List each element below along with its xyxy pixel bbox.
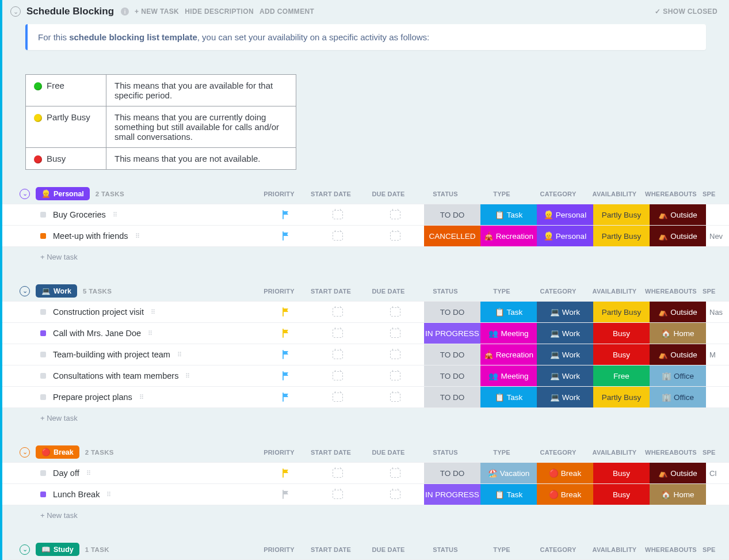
- status-pill[interactable]: TO DO: [424, 387, 480, 407]
- new-task-link[interactable]: + New task: [2, 505, 729, 525]
- col-head-type[interactable]: TYPE: [474, 449, 530, 456]
- category-pill[interactable]: 👱Personal: [537, 204, 593, 225]
- task-status-square[interactable]: [40, 309, 46, 315]
- whereabouts-pill[interactable]: 🏠Home: [650, 484, 706, 505]
- flag-icon[interactable]: [282, 210, 291, 219]
- task-status-square[interactable]: [40, 212, 46, 218]
- type-pill[interactable]: 👥Meeting: [480, 365, 537, 386]
- col-head-due-date[interactable]: DUE DATE: [360, 449, 417, 456]
- col-head-status[interactable]: STATUS: [417, 546, 474, 553]
- col-head-availability[interactable]: AVAILABILITY: [586, 546, 643, 553]
- type-pill[interactable]: 📋Task: [480, 204, 537, 225]
- col-head-spec[interactable]: SPE: [699, 288, 722, 295]
- col-head-category[interactable]: CATEGORY: [530, 191, 586, 197]
- col-head-priority[interactable]: PRIORITY: [256, 449, 302, 456]
- task-status-square[interactable]: [40, 352, 46, 357]
- task-status-square[interactable]: [40, 373, 46, 379]
- col-head-priority[interactable]: PRIORITY: [256, 288, 302, 295]
- category-pill[interactable]: 💻Work: [537, 323, 593, 344]
- new-task-link[interactable]: + New task: [2, 247, 729, 267]
- flag-icon[interactable]: [282, 329, 291, 338]
- spec-cell[interactable]: M: [706, 344, 729, 365]
- task-name[interactable]: Consultations with team members: [53, 371, 178, 380]
- status-pill[interactable]: TO DO: [424, 344, 480, 365]
- category-pill[interactable]: 🔴Break: [537, 484, 593, 505]
- col-head-whereabouts[interactable]: WHEREABOUTS: [643, 191, 699, 197]
- calendar-icon[interactable]: [390, 329, 400, 338]
- spec-cell[interactable]: [706, 365, 729, 386]
- whereabouts-pill[interactable]: ⛺Outside: [650, 463, 706, 483]
- availability-pill[interactable]: Partly Busy: [593, 302, 650, 322]
- status-pill[interactable]: CANCELLED: [424, 226, 480, 246]
- col-head-status[interactable]: STATUS: [417, 449, 474, 456]
- col-head-type[interactable]: TYPE: [474, 288, 530, 295]
- task-row[interactable]: Construction project visit ⠿ TO DO 📋Task…: [2, 301, 729, 323]
- availability-pill[interactable]: Partly Busy: [593, 387, 650, 407]
- whereabouts-pill[interactable]: ⛺Outside: [650, 302, 706, 322]
- col-head-due-date[interactable]: DUE DATE: [360, 288, 417, 295]
- calendar-icon[interactable]: [390, 371, 400, 380]
- flag-icon[interactable]: [282, 350, 291, 359]
- spec-cell[interactable]: Nev: [706, 226, 729, 246]
- col-head-spec[interactable]: SPE: [699, 449, 722, 456]
- flag-icon[interactable]: [282, 393, 291, 402]
- flag-icon[interactable]: [282, 307, 291, 317]
- task-name[interactable]: Buy Groceries: [53, 210, 106, 219]
- status-pill[interactable]: TO DO: [424, 302, 480, 322]
- col-head-category[interactable]: CATEGORY: [530, 288, 586, 295]
- col-head-type[interactable]: TYPE: [474, 546, 530, 553]
- status-pill[interactable]: TO DO: [424, 204, 480, 225]
- col-head-whereabouts[interactable]: WHEREABOUTS: [643, 449, 699, 456]
- type-pill[interactable]: 🎪Recreation: [480, 344, 537, 365]
- col-head-category[interactable]: CATEGORY: [530, 449, 586, 456]
- task-name[interactable]: Day off: [53, 468, 79, 478]
- category-pill[interactable]: 💻Work: [537, 365, 593, 386]
- new-task-button[interactable]: + NEW TASK: [135, 7, 179, 16]
- task-status-square[interactable]: [40, 394, 46, 400]
- task-name[interactable]: Construction project visit: [53, 307, 144, 317]
- col-head-priority[interactable]: PRIORITY: [256, 546, 302, 553]
- col-head-whereabouts[interactable]: WHEREABOUTS: [643, 546, 699, 553]
- task-name[interactable]: Prepare project plans: [53, 393, 132, 402]
- group-toggle-icon[interactable]: ⌄: [20, 286, 30, 296]
- col-head-spec[interactable]: SPE: [699, 191, 722, 197]
- col-head-status[interactable]: STATUS: [417, 288, 474, 295]
- task-row[interactable]: Buy Groceries ⠿ TO DO 📋Task 👱Personal Pa…: [2, 204, 729, 226]
- task-row[interactable]: Lunch Break ⠿ IN PROGRESS 📋Task 🔴Break B…: [2, 484, 729, 505]
- task-status-square[interactable]: [40, 233, 46, 239]
- col-head-category[interactable]: CATEGORY: [530, 546, 586, 553]
- spec-cell[interactable]: [706, 204, 729, 225]
- group-toggle-icon[interactable]: ⌄: [20, 544, 30, 555]
- availability-pill[interactable]: Busy: [593, 344, 650, 365]
- category-pill[interactable]: 💻Work: [537, 344, 593, 365]
- availability-pill[interactable]: Busy: [593, 484, 650, 505]
- availability-pill[interactable]: Busy: [593, 323, 650, 344]
- col-head-availability[interactable]: AVAILABILITY: [586, 449, 643, 456]
- drag-icon[interactable]: ⠿: [106, 491, 112, 498]
- task-row[interactable]: Team-building with project team ⠿ TO DO …: [2, 344, 729, 365]
- task-name[interactable]: Meet-up with friends: [53, 231, 128, 241]
- info-icon[interactable]: i: [121, 7, 129, 16]
- task-name[interactable]: Team-building with project team: [53, 350, 170, 359]
- col-head-status[interactable]: STATUS: [417, 191, 474, 197]
- whereabouts-pill[interactable]: 🏠Home: [650, 323, 706, 344]
- col-head-priority[interactable]: PRIORITY: [256, 191, 302, 197]
- group-toggle-icon[interactable]: ⌄: [20, 189, 30, 199]
- col-head-due-date[interactable]: DUE DATE: [360, 546, 417, 553]
- type-pill[interactable]: 🏖️Vacation: [480, 463, 537, 483]
- availability-pill[interactable]: Busy: [593, 463, 650, 483]
- whereabouts-pill[interactable]: ⛺Outside: [650, 226, 706, 246]
- type-pill[interactable]: 📋Task: [480, 387, 537, 407]
- task-name[interactable]: Lunch Break: [53, 490, 100, 499]
- add-comment-button[interactable]: ADD COMMENT: [259, 7, 314, 16]
- hide-description-button[interactable]: HIDE DESCRIPTION: [185, 7, 254, 16]
- collapse-list-icon[interactable]: ⌄: [10, 6, 21, 17]
- new-task-link[interactable]: + New task: [2, 408, 729, 428]
- group-toggle-icon[interactable]: ⌄: [20, 447, 30, 458]
- category-pill[interactable]: 💻Work: [537, 302, 593, 322]
- col-head-availability[interactable]: AVAILABILITY: [586, 191, 643, 197]
- task-row[interactable]: Consultations with team members ⠿ TO DO …: [2, 365, 729, 387]
- availability-pill[interactable]: Partly Busy: [593, 226, 650, 246]
- task-status-square[interactable]: [40, 330, 46, 336]
- availability-pill[interactable]: Free: [593, 365, 650, 386]
